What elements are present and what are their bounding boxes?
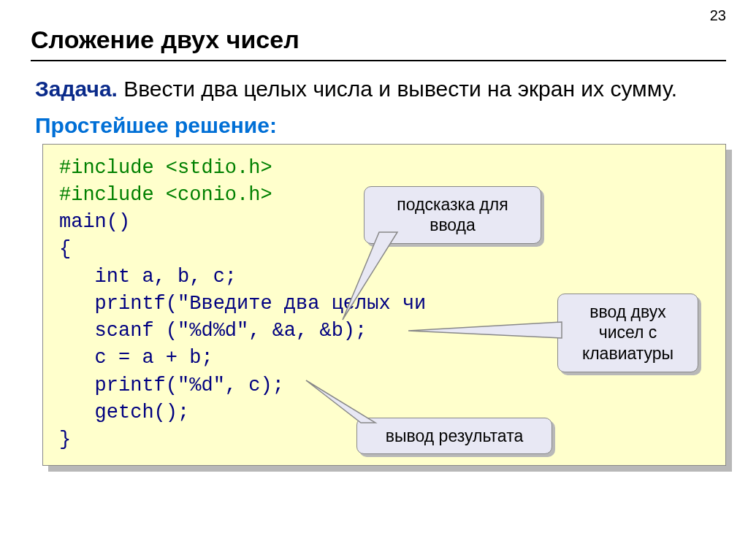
callout-hint: подсказка для ввода: [364, 186, 541, 245]
code-line: {: [59, 238, 71, 260]
divider: [31, 60, 726, 61]
code-line: #include <conio.h>: [59, 184, 272, 206]
callout-hint-text: подсказка для ввода: [397, 195, 508, 235]
callout-input-text: ввод двух чисел с клавиатуры: [582, 302, 673, 364]
task-text: Задача. Ввести два целых числа и вывести…: [35, 74, 726, 104]
code-line: #include <stdio.h>: [59, 157, 272, 179]
slide-title: Сложение двух чисел: [31, 26, 748, 54]
callout-tail-icon: [408, 316, 562, 345]
page-number: 23: [710, 7, 726, 24]
task-body: Ввести два целых числа и вывести на экра…: [118, 77, 677, 101]
svg-marker-1: [408, 322, 562, 338]
code-line: }: [59, 429, 71, 450]
code-line: scanf ("%d%d", &a, &b);: [59, 320, 367, 342]
code-line: printf("%d", c);: [59, 375, 284, 396]
code-line: c = a + b;: [59, 347, 213, 369]
callout-tail-icon: [306, 396, 372, 429]
task-label: Задача.: [35, 77, 118, 101]
solution-label: Простейшее решение:: [35, 113, 748, 138]
callout-output-text: вывод результата: [386, 426, 523, 445]
code-line: getch();: [59, 402, 189, 423]
code-line: main(): [59, 211, 130, 233]
callout-tail-icon: [357, 232, 401, 320]
callout-output: вывод результата: [356, 418, 552, 455]
callout-input: ввод двух чисел с клавиатуры: [557, 294, 698, 372]
code-wrap: #include <stdio.h> #include <conio.h> ma…: [42, 144, 726, 467]
code-line: int a, b, c;: [59, 266, 237, 288]
